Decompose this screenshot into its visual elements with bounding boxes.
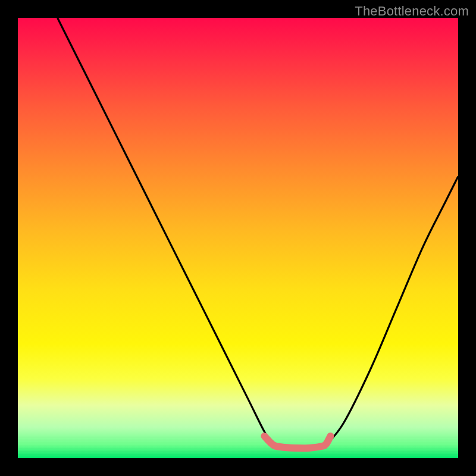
curve-layer: [18, 18, 458, 458]
watermark-text: TheBottleneck.com: [355, 4, 469, 19]
highlight-segment: [264, 436, 330, 448]
chart-frame: TheBottleneck.com: [0, 0, 476, 476]
left-curve: [58, 18, 274, 445]
right-curve: [326, 176, 458, 444]
plot-area: [18, 18, 458, 458]
